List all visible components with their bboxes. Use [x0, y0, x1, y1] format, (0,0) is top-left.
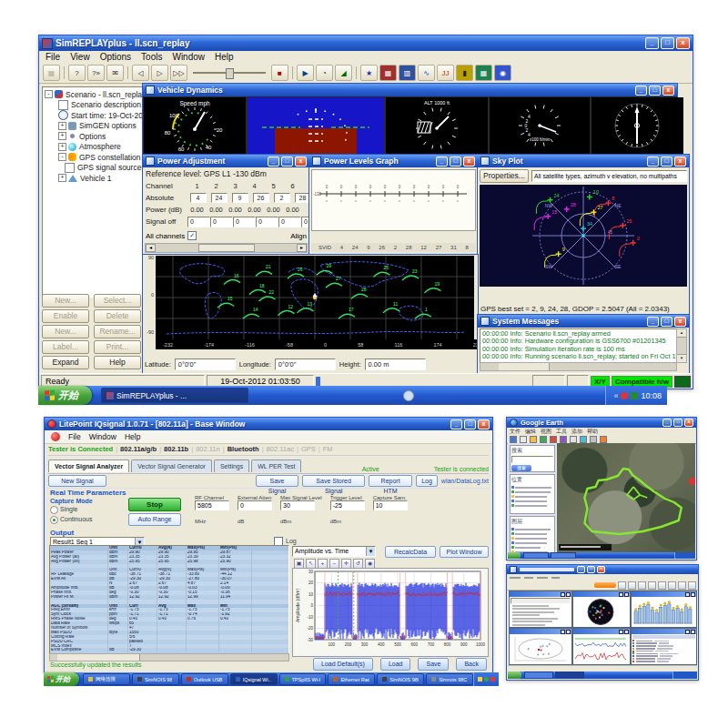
close-button[interactable]: x	[676, 37, 690, 49]
back-button[interactable]: Back	[456, 658, 487, 671]
gnss-maximize-button[interactable]: □	[587, 566, 595, 573]
sm-scroll-up-icon[interactable]: ▴	[677, 329, 686, 338]
iq-table-scroll-thumb[interactable]	[57, 654, 140, 661]
dynamics-view-icon[interactable]: ▥	[399, 65, 416, 81]
sm-scroll-down-icon[interactable]: ▾	[677, 354, 686, 362]
plot-select-arrow-icon[interactable]: ▾	[366, 547, 375, 556]
report-htm-button[interactable]: Report HTM	[369, 475, 412, 487]
sky-maximize-button[interactable]: □	[661, 157, 672, 167]
tree-item[interactable]: +Atmosphere	[45, 142, 145, 153]
gnss-tool-icon[interactable]	[668, 581, 676, 590]
save-button[interactable]: Save	[418, 658, 449, 671]
help-icon[interactable]: ?	[68, 65, 86, 81]
rtp-field-input[interactable]: 5805	[195, 500, 229, 510]
sm-maximize-button[interactable]: □	[661, 317, 672, 327]
rtp-field-input[interactable]: 0	[238, 500, 272, 510]
menu-item-window[interactable]: Window	[172, 52, 205, 62]
iq-taskbar-button[interactable]: SimNOIS 98C	[377, 673, 424, 685]
plot-type-select[interactable]: Amplitude vs. Time ▾	[292, 546, 376, 557]
pa-close-button[interactable]: x	[295, 157, 307, 167]
pa-minimize-button[interactable]: _	[268, 157, 279, 167]
save-stored-signal-button[interactable]: Save Stored Signal	[302, 475, 365, 487]
iq-menu-window[interactable]: Window	[89, 432, 116, 441]
earth-tool-icon[interactable]	[570, 436, 577, 443]
earth-titlebar[interactable]: Google Earth _ □ x	[507, 418, 696, 428]
tray-green-icon[interactable]	[631, 392, 638, 399]
earth-minimize-button[interactable]: _	[662, 419, 672, 427]
tile-icon[interactable]: ★	[360, 65, 378, 81]
taskbar-middle-icon[interactable]	[403, 390, 414, 401]
gnss-tool-icon[interactable]	[678, 581, 686, 590]
gnss-task-1[interactable]	[524, 671, 553, 679]
pa-scroll-right-icon[interactable]: ▸	[297, 244, 307, 252]
earth-layers-list[interactable]	[511, 528, 553, 552]
message-icon[interactable]: ✉	[106, 65, 124, 81]
sm-hscrollbar[interactable]	[480, 362, 677, 371]
earth-search-input[interactable]	[511, 456, 553, 463]
gnss-trace-titlebar[interactable]	[573, 629, 630, 634]
earth-tool-icon[interactable]	[590, 436, 597, 443]
iq-start-button[interactable]: 开始	[44, 672, 79, 686]
rtp-field-input[interactable]: -25	[330, 500, 365, 510]
sky-minimize-button[interactable]: _	[647, 157, 659, 167]
context-help-icon[interactable]: ?»	[87, 65, 105, 81]
earth-task-1[interactable]	[523, 552, 549, 559]
simreplay-titlebar[interactable]: SimREPLAYplus - ll.scn_replay _ □ x	[39, 35, 693, 51]
gnss-tool-icon[interactable]	[618, 581, 626, 590]
gnss-task-2[interactable]	[555, 671, 584, 679]
iq-taskbar-button[interactable]: 网络连接	[83, 673, 130, 685]
gnss-tool-icon[interactable]	[648, 581, 656, 590]
iq-titlebar[interactable]: LitePoint IQsignal 1.0.71 - [802.11a] - …	[45, 418, 492, 430]
iq-menu-help[interactable]: Help	[125, 432, 140, 441]
pa-maximize-button[interactable]: □	[281, 157, 293, 167]
stop-icon[interactable]: ■	[271, 65, 288, 81]
new-signal-button[interactable]: New Signal	[48, 475, 106, 487]
tree-expander-icon[interactable]: +	[58, 174, 66, 182]
gnss-menu-1[interactable]	[510, 577, 521, 579]
grid-view-icon[interactable]: ▦	[475, 65, 492, 81]
menu-item-tools[interactable]: Tools	[141, 52, 162, 62]
earth-places-list[interactable]	[511, 486, 553, 507]
continuous-radio[interactable]	[50, 516, 58, 524]
iq-taskbar-button[interactable]: IQsignal Wi..	[230, 673, 278, 685]
tray-red-icon[interactable]	[621, 392, 628, 399]
earth-tool-icon[interactable]	[510, 436, 517, 443]
stop-button[interactable]: Stop	[128, 498, 181, 511]
earth-start-button[interactable]	[508, 552, 521, 559]
iq-minimize-button[interactable]: _	[450, 419, 462, 429]
earth-tool-icon[interactable]	[580, 436, 587, 443]
earth-tool-icon[interactable]	[530, 436, 537, 443]
pa-scroll-left-icon[interactable]: ◂	[146, 244, 156, 252]
tree-expander-icon[interactable]: -	[58, 153, 66, 161]
vd-close-button[interactable]: x	[662, 86, 674, 96]
iq-maximize-button[interactable]: □	[464, 419, 476, 429]
globe-view-icon[interactable]: ◉	[494, 65, 511, 81]
helpbutton[interactable]: Help	[94, 356, 141, 369]
conn-item[interactable]: GPS	[301, 445, 316, 453]
single-radio[interactable]	[50, 506, 58, 514]
gnss-details-titlebar[interactable]	[632, 629, 696, 634]
tab-vector-signal-analyzer[interactable]: Vector Signal Analyzer	[48, 459, 129, 472]
earth-close-button[interactable]: x	[684, 419, 693, 427]
maximize-button[interactable]: □	[661, 37, 674, 49]
menu-item-options[interactable]: Options	[100, 52, 131, 62]
recalcdata-button[interactable]: RecalcData	[385, 546, 436, 558]
gnss-scatter-titlebar[interactable]	[510, 629, 571, 634]
flag-view-icon[interactable]: ▮	[456, 65, 473, 81]
gnss-close-button[interactable]: x	[597, 566, 605, 573]
menu-item-view[interactable]: View	[70, 52, 90, 62]
pg-close-button[interactable]: x	[463, 157, 475, 167]
plot-window-button[interactable]: Plot Window	[440, 546, 489, 558]
iq-taskbar-button[interactable]: Ethernet Radio	[328, 673, 375, 685]
taskbar-simreplay-button[interactable]: SimREPLAYplus - ...	[101, 388, 248, 403]
results-table[interactable]: UnitCurr/0Avg(N)Max(Pts)Min(Pts)Peak Pow…	[49, 545, 289, 654]
iq-table-hscrollbar[interactable]	[49, 653, 289, 661]
iq-tray-icon-1[interactable]	[478, 677, 482, 682]
sky-close-button[interactable]: x	[674, 157, 686, 167]
gnss-minimize-button[interactable]: _	[577, 566, 585, 573]
conn-item[interactable]: FM	[323, 445, 333, 453]
clock-icon[interactable]: ◔	[316, 65, 333, 81]
signal-off-input[interactable]: 0	[233, 217, 256, 227]
scenario-tree[interactable]: -Scenario - ll.scn_replayScenario descri…	[42, 86, 147, 298]
vehicle-dynamics-titlebar[interactable]: Vehicle Dynamics _ □ x	[143, 84, 677, 96]
